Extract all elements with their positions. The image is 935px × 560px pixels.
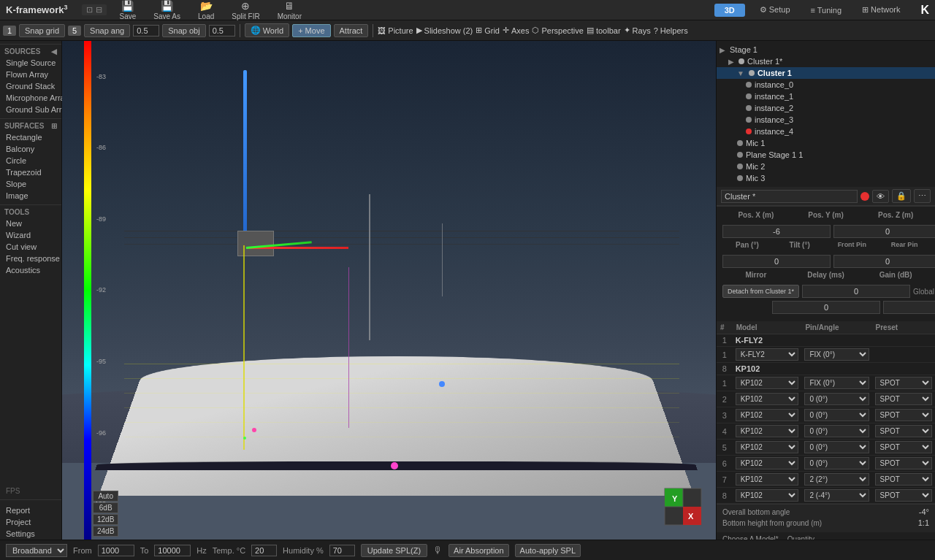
preset-select[interactable]: SPOT xyxy=(875,473,932,486)
model-select[interactable]: KP102 xyxy=(736,441,799,453)
cluster-more-button[interactable]: ⋯ xyxy=(914,189,931,203)
preset-select[interactable]: SPOT xyxy=(875,409,932,421)
global-val1-input[interactable] xyxy=(772,301,880,314)
window-controls[interactable]: ⊡ ⊟ xyxy=(82,4,106,15)
tree-item-mic3[interactable]: Mic 3 xyxy=(717,172,935,184)
pin-angle-select[interactable]: FIX (0°) xyxy=(804,377,869,389)
sidebar-item-rectangle[interactable]: Rectangle xyxy=(0,131,61,143)
sidebar-item-flown-array[interactable]: Flown Array xyxy=(0,69,61,80)
sidebar-item-project[interactable]: Project xyxy=(0,516,61,528)
grid-toggle[interactable]: ⊞ Grid xyxy=(476,26,500,35)
cell-model[interactable]: K-FLY2 xyxy=(733,347,802,363)
auto-apply-button[interactable]: Auto-apply SPL xyxy=(515,544,581,557)
model-select[interactable]: KP102 xyxy=(736,377,799,389)
move-button[interactable]: + Move xyxy=(292,24,330,37)
sidebar-item-image[interactable]: Image xyxy=(0,190,61,202)
preset-select[interactable]: SPOT xyxy=(875,457,932,469)
cell-pin-angle[interactable]: 0 (0°) xyxy=(801,423,871,440)
cell-preset[interactable]: SPOT xyxy=(872,391,935,407)
sources-collapse-icon[interactable]: ◀ xyxy=(51,47,57,55)
tree-item-inst1[interactable]: instance_1 xyxy=(717,91,935,102)
snap-ang-button[interactable]: Snap ang xyxy=(84,24,130,37)
pin-angle-select[interactable]: 2 (-4°) xyxy=(804,489,869,502)
cell-preset[interactable]: SPOT xyxy=(872,375,935,391)
delay-input[interactable] xyxy=(802,285,910,298)
model-select[interactable]: KP102 xyxy=(736,393,799,405)
load-button[interactable]: 📂 Load xyxy=(194,0,218,22)
snap-grid-button[interactable]: Snap grid xyxy=(19,24,65,37)
cell-model[interactable]: KP102 xyxy=(733,391,802,407)
tree-item-cluster1s[interactable]: ▶ Cluster 1* xyxy=(717,55,935,67)
snap-val-input[interactable] xyxy=(133,25,159,37)
pin-angle-select[interactable]: FIX (0°) xyxy=(804,348,869,361)
cell-pin-angle[interactable]: 0 (0°) xyxy=(801,440,871,456)
cell-preset[interactable]: SPOT xyxy=(872,472,935,488)
snap-obj-button[interactable]: Snap obj xyxy=(162,24,205,37)
collapse-icon-cluster1s[interactable]: ▶ xyxy=(728,58,734,66)
monitor-button[interactable]: 🖥 Monitor xyxy=(273,0,306,22)
snap-val2-input[interactable] xyxy=(209,25,235,37)
cluster-eye-button[interactable]: 👁 xyxy=(872,190,889,203)
sidebar-item-single-source[interactable]: Single Source xyxy=(0,57,61,69)
cell-pin-angle[interactable]: FIX (0°) xyxy=(801,347,871,363)
3d-viewport[interactable]: -83 -86 -89 -92 -95 -96 -103 Auto 6dB 12… xyxy=(62,41,716,540)
sidebar-item-cut-view[interactable]: Cut view xyxy=(0,241,61,253)
pin-angle-select[interactable]: 0 (0°) xyxy=(804,409,869,421)
cell-preset[interactable]: SPOT xyxy=(872,456,935,472)
tree-item-stage1[interactable]: ▶ Stage 1 xyxy=(717,44,935,55)
broadband-select[interactable]: Broadband xyxy=(6,544,67,557)
toolbar-label[interactable]: ▤ toolbar xyxy=(587,26,621,35)
pan-input[interactable] xyxy=(722,255,831,268)
sidebar-item-ground-stack[interactable]: Ground Stack xyxy=(0,80,61,92)
slideshow-toggle[interactable]: ▶ Slideshow (2) xyxy=(416,26,473,35)
cell-pin-angle[interactable]: 0 (0°) xyxy=(801,407,871,423)
sidebar-item-microphone-array[interactable]: Microphone Array xyxy=(0,92,61,104)
air-absorption-button[interactable]: Air Absorption xyxy=(449,544,508,557)
cell-model[interactable]: KP102 xyxy=(733,440,802,456)
preset-select[interactable]: SPOT xyxy=(875,489,932,502)
save-as-button[interactable]: 💾 Save As xyxy=(149,0,185,22)
pin-angle-select[interactable]: 2 (2°) xyxy=(804,473,869,486)
tree-item-planestage[interactable]: Plane Stage 1 1 xyxy=(717,149,935,161)
cell-model[interactable]: KP102 xyxy=(733,488,802,504)
zoom-24db[interactable]: 24dB xyxy=(93,526,118,537)
humidity-input[interactable] xyxy=(329,545,355,556)
sidebar-item-freq-response[interactable]: Freq. response xyxy=(0,253,61,264)
cluster-lock-button[interactable]: 🔒 xyxy=(892,189,911,203)
preset-select[interactable]: SPOT xyxy=(875,441,932,453)
pin-angle-select[interactable]: 0 (0°) xyxy=(804,441,869,453)
cell-model[interactable]: KP102 xyxy=(733,456,802,472)
picture-toggle[interactable]: 🖼 Picture xyxy=(378,26,413,35)
sidebar-item-acoustics[interactable]: Acoustics xyxy=(0,264,61,276)
tilt-input[interactable] xyxy=(833,255,935,268)
axes-toggle[interactable]: ✛ Axes xyxy=(503,26,529,35)
surfaces-icon[interactable]: ⊞ xyxy=(51,122,57,130)
view-3d-tab[interactable]: 3D xyxy=(714,4,745,17)
perspective-toggle[interactable]: ⬡ Perspective xyxy=(532,26,583,35)
cell-preset[interactable]: SPOT xyxy=(872,407,935,423)
attract-button[interactable]: Attract xyxy=(334,24,369,37)
cell-model[interactable]: KP102 xyxy=(733,407,802,423)
collapse-icon-cluster1[interactable]: ▼ xyxy=(737,69,744,77)
tuning-nav[interactable]: ≡ Tuning xyxy=(805,4,848,16)
split-fir-button[interactable]: ⊕ Split FIR xyxy=(227,0,264,22)
global-val2-input[interactable] xyxy=(883,301,935,314)
cell-preset[interactable]: SPOT xyxy=(872,440,935,456)
cell-model[interactable]: KP102 xyxy=(733,423,802,440)
tree-item-mic2[interactable]: Mic 2 xyxy=(717,161,935,172)
helpers-toggle[interactable]: ? Helpers xyxy=(654,26,688,35)
model-select[interactable]: K-FLY2 xyxy=(736,348,799,361)
cell-preset[interactable]: SPOT xyxy=(872,423,935,440)
temp-input[interactable] xyxy=(251,545,277,556)
tree-item-inst0[interactable]: instance_0 xyxy=(717,79,935,91)
cell-pin-angle[interactable]: FIX (0°) xyxy=(801,375,871,391)
cell-pin-angle[interactable]: 0 (0°) xyxy=(801,391,871,407)
sidebar-item-slope[interactable]: Slope xyxy=(0,178,61,190)
cell-preset[interactable]: SPOT xyxy=(872,488,935,504)
sidebar-item-settings[interactable]: Settings xyxy=(0,528,61,540)
model-select[interactable]: KP102 xyxy=(736,409,799,421)
cell-model[interactable]: KP102 xyxy=(733,472,802,488)
cell-pin-angle[interactable]: 2 (2°) xyxy=(801,472,871,488)
pos-y-input[interactable] xyxy=(833,225,935,238)
sidebar-item-balcony[interactable]: Balcony xyxy=(0,143,61,155)
